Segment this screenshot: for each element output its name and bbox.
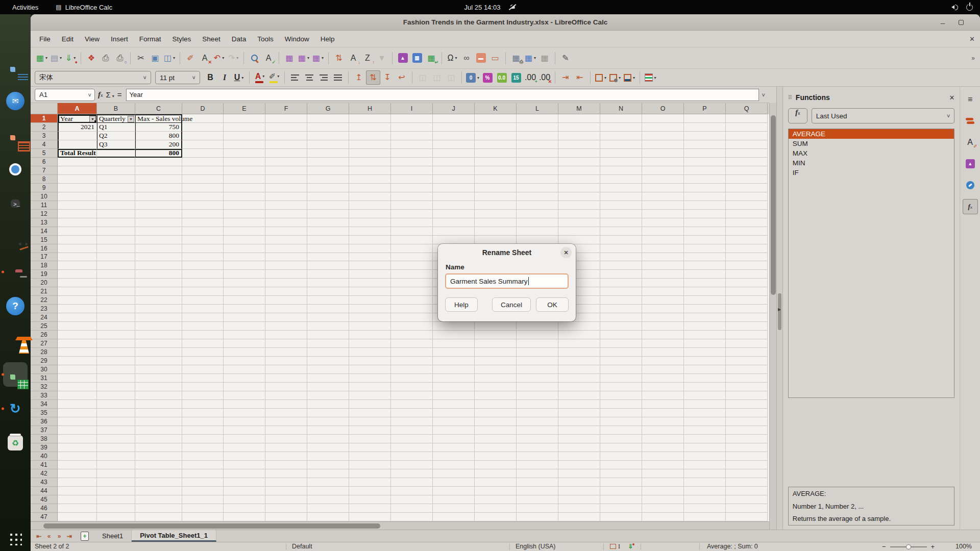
- print-button[interactable]: ⎙: [99, 51, 113, 65]
- cell-A4[interactable]: [58, 140, 97, 149]
- cell-J14[interactable]: [433, 227, 475, 236]
- cell-H46[interactable]: [349, 504, 391, 513]
- cell-J47[interactable]: [433, 513, 475, 521]
- cell-J26[interactable]: [433, 331, 475, 339]
- expand-formula-bar-icon[interactable]: ˅: [762, 92, 765, 98]
- cell-O43[interactable]: [642, 478, 684, 487]
- cell-D43[interactable]: [182, 478, 224, 487]
- cell-J10[interactable]: [433, 192, 475, 201]
- dock-updater[interactable]: ↻: [3, 396, 28, 421]
- cell-A10[interactable]: [58, 192, 97, 201]
- cell-Q31[interactable]: [726, 374, 768, 383]
- format-as-date-button[interactable]: 15: [509, 70, 523, 85]
- cell-I4[interactable]: [391, 140, 433, 149]
- cell-E35[interactable]: [224, 409, 265, 417]
- cell-P9[interactable]: [684, 184, 726, 192]
- cell-Q21[interactable]: [726, 287, 768, 296]
- cell-B46[interactable]: [97, 504, 135, 513]
- row-header-26[interactable]: 26: [31, 331, 58, 339]
- cell-N12[interactable]: [600, 210, 642, 218]
- cell-B17[interactable]: [97, 253, 135, 262]
- cell-M26[interactable]: [558, 331, 600, 339]
- cell-D41[interactable]: [182, 461, 224, 469]
- insert-pivot-table-button[interactable]: ▦↵: [424, 51, 438, 65]
- cell-M8[interactable]: [558, 175, 600, 184]
- cell-J39[interactable]: [433, 443, 475, 452]
- cell-L10[interactable]: [517, 192, 558, 201]
- cell-P23[interactable]: [684, 305, 726, 313]
- toolbar-overflow-icon[interactable]: »: [971, 55, 975, 62]
- cell-N23[interactable]: [600, 305, 642, 313]
- cell-E27[interactable]: [224, 339, 265, 348]
- cell-H4[interactable]: [349, 140, 391, 149]
- cell-O35[interactable]: [642, 409, 684, 417]
- cell-O24[interactable]: [642, 313, 684, 322]
- cell-E12[interactable]: [224, 210, 265, 218]
- cell-L9[interactable]: [517, 184, 558, 192]
- cell-M1[interactable]: [558, 114, 600, 123]
- row-header-25[interactable]: 25: [31, 322, 58, 331]
- decrease-indent-button[interactable]: ⇤: [573, 70, 587, 85]
- insert-special-character-button[interactable]: Ω▾: [445, 51, 459, 65]
- cell-N13[interactable]: [600, 218, 642, 227]
- cell-K1[interactable]: [475, 114, 517, 123]
- cell-D32[interactable]: [182, 383, 224, 391]
- cell-D16[interactable]: [182, 244, 224, 253]
- cell-F22[interactable]: [265, 296, 307, 305]
- cell-M4[interactable]: [558, 140, 600, 149]
- cell-D4[interactable]: [182, 140, 224, 149]
- column-header-D[interactable]: D: [182, 103, 224, 114]
- page-style-status[interactable]: Default: [292, 543, 312, 550]
- cell-F21[interactable]: [265, 287, 307, 296]
- format-as-percent-button[interactable]: %: [480, 70, 495, 85]
- cell-F16[interactable]: [265, 244, 307, 253]
- cell-E13[interactable]: [224, 218, 265, 227]
- cell-C2[interactable]: 750: [135, 123, 182, 132]
- cell-E14[interactable]: [224, 227, 265, 236]
- vertical-scrollbar-thumb[interactable]: [771, 115, 776, 295]
- cell-C32[interactable]: [135, 383, 182, 391]
- cell-B40[interactable]: [97, 452, 135, 461]
- cell-N26[interactable]: [600, 331, 642, 339]
- cell-A44[interactable]: [58, 487, 97, 495]
- cell-H30[interactable]: [349, 365, 391, 374]
- menu-view[interactable]: View: [79, 33, 105, 45]
- cell-Q30[interactable]: [726, 365, 768, 374]
- row-header-27[interactable]: 27: [31, 339, 58, 348]
- name-box[interactable]: A1 ˅: [35, 89, 95, 101]
- cell-E40[interactable]: [224, 452, 265, 461]
- cell-E17[interactable]: [224, 253, 265, 262]
- cell-F17[interactable]: [265, 253, 307, 262]
- cell-F23[interactable]: [265, 305, 307, 313]
- column-header-F[interactable]: F: [265, 103, 307, 114]
- cell-K30[interactable]: [475, 365, 517, 374]
- sidebar-collapse-icon[interactable]: ▶: [778, 307, 781, 312]
- cell-E32[interactable]: [224, 383, 265, 391]
- cell-I19[interactable]: [391, 270, 433, 279]
- cell-I9[interactable]: [391, 184, 433, 192]
- cell-M34[interactable]: [558, 400, 600, 409]
- sheet-tab-sheet1[interactable]: Sheet1: [94, 530, 132, 542]
- cell-L4[interactable]: [517, 140, 558, 149]
- cell-A32[interactable]: [58, 383, 97, 391]
- cell-I20[interactable]: [391, 279, 433, 287]
- cell-Q13[interactable]: [726, 218, 768, 227]
- dock-thunderbird[interactable]: ✉: [3, 89, 28, 113]
- cell-Q9[interactable]: [726, 184, 768, 192]
- cell-K43[interactable]: [475, 478, 517, 487]
- cell-A8[interactable]: [58, 175, 97, 184]
- cell-F20[interactable]: [265, 279, 307, 287]
- cell-G41[interactable]: [307, 461, 349, 469]
- dock-gimp[interactable]: [3, 226, 28, 250]
- cell-K2[interactable]: [475, 123, 517, 132]
- cell-E5[interactable]: [224, 149, 265, 158]
- dropdown-arrow-icon[interactable]: ▾: [307, 56, 309, 60]
- row-header-37[interactable]: 37: [31, 426, 58, 435]
- cell-B2[interactable]: Q1: [97, 123, 135, 132]
- cell-F35[interactable]: [265, 409, 307, 417]
- cell-A42[interactable]: [58, 469, 97, 478]
- row-header-11[interactable]: 11: [31, 201, 58, 210]
- dock-trash[interactable]: ♻: [3, 431, 28, 455]
- cell-L29[interactable]: [517, 357, 558, 365]
- cell-H22[interactable]: [349, 296, 391, 305]
